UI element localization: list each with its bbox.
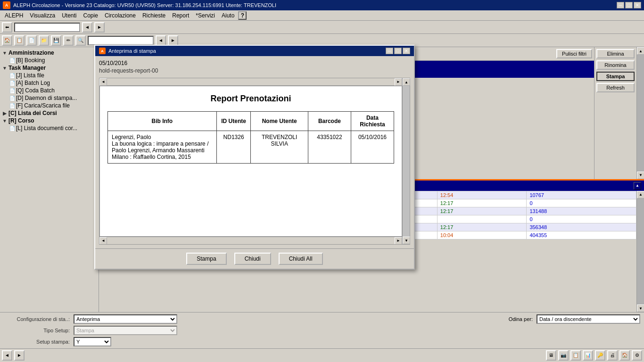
help-button[interactable]: ? [238,11,247,20]
toolbar2-btn-4[interactable]: 📁 [39,35,49,46]
nav2-right-btn[interactable]: ► [168,35,178,46]
menu-utenti[interactable]: Utenti [59,11,79,20]
cell-data-richiesta: 05/10/2016 [351,131,394,164]
h-scroll-left[interactable]: ◄ [99,78,107,86]
config-select[interactable]: Anteprima Stampa [74,314,177,324]
restore-button[interactable]: □ [625,2,633,8]
col-data-richiesta: Data Richiesta [351,112,394,131]
menu-copie[interactable]: Copie [81,11,101,20]
status-icon-8[interactable]: ⚙ [632,350,642,361]
window-controls: ─ □ ✕ [617,2,641,8]
scroll-up-top[interactable]: ▲ [637,47,644,55]
sidebar-item-carica-scarica[interactable]: 📄 [F] Carica/Scarica file [9,102,97,109]
menu-circolazione[interactable]: Circolazione [102,11,139,20]
cell-bib-info: Legrenzi, PaoloLa buona logica : imparar… [108,131,217,164]
setup-label: Setup stampa: [4,339,70,345]
v-scroll-down[interactable]: ▼ [403,237,410,244]
sidebar-item-label: [Q] Coda Batch [16,87,55,94]
table-cell-dim: 0 [527,199,636,207]
nav-right-btn[interactable]: ► [94,22,105,33]
tree-icon: 📄 [9,58,15,63]
minimize-button[interactable]: ─ [617,2,624,8]
tree-icon: 📄 [9,81,15,86]
status-icon-2[interactable]: 📷 [558,350,569,361]
dialog-icon: A [99,48,106,54]
pulisci-filtri-button[interactable]: Pulisci filtri [556,49,592,58]
rinomina-button[interactable]: Rinomina [596,60,635,70]
elimina-button[interactable]: Elimina [596,49,635,58]
nav2-left-btn[interactable]: ◄ [156,35,166,46]
tree-icon: 📄 [9,103,15,108]
toolbar2-btn-3[interactable]: 📄 [26,35,37,46]
sidebar-item-daemon-stampa[interactable]: 📄 [D] Daemon di stampa... [9,94,97,102]
h-scroll-left-bottom[interactable]: ◄ [99,237,107,245]
scroll-up-bottom-header[interactable]: ▲ [634,182,641,189]
sidebar-item-batch-log[interactable]: 📄 [A] Batch Log [9,79,97,87]
dialog-controls: ─ □ ✕ [386,48,410,54]
dialog-stampa-btn[interactable]: Stampa [186,253,226,265]
sidebar-group-taskmanager[interactable]: ▼ Task Manager [2,64,97,72]
report-title: Report Prenotazioni [107,94,394,104]
toolbar2-btn-6[interactable]: ✏ [63,35,74,46]
table-cell: 12:54 [437,191,527,199]
dialog-restore-btn[interactable]: □ [394,48,402,54]
sidebar-group-corso[interactable]: ▼ [R] Corso [2,117,97,124]
sidebar-item-lista-documenti[interactable]: 📄 [L] Lista documenti cor... [9,124,97,132]
nav-left-btn[interactable]: ◄ [82,22,92,33]
menu-aiuto[interactable]: Aiuto [219,11,237,20]
sidebar-group-amministrazione[interactable]: ▼ Amministrazione [2,49,97,57]
group-label: Amministrazione [8,49,54,56]
toolbar-input-1[interactable] [14,23,80,32]
sidebar-item-booking[interactable]: 📄 [B] Booking [9,57,97,64]
status-icon-4[interactable]: 📊 [583,350,593,361]
report-table: Bib Info ID Utente Nome Utente Barcode D… [107,111,394,164]
h-scroll-right-bottom[interactable]: ► [395,237,402,245]
toolbar2-btn-5[interactable]: 💾 [51,35,61,46]
sidebar-item-label: [B] Booking [16,57,45,64]
col-bib-info: Bib Info [108,112,217,131]
status-btn-1[interactable]: ◄ [2,350,12,361]
table-row: Legrenzi, PaoloLa buona logica : imparar… [108,131,394,164]
setup-select[interactable]: Y N [74,337,111,346]
dialog-close-btn[interactable]: ✕ [403,48,410,54]
sidebar-item-lista-file[interactable]: 📄 [J] Lista file [9,72,97,79]
refresh-button[interactable]: Refresh [596,83,635,92]
scroll-down-top[interactable]: ▼ [637,172,644,179]
sidebar-item-coda-batch[interactable]: 📄 [Q] Coda Batch [9,87,97,94]
tipo-select[interactable]: Stampa [74,326,177,335]
dialog-chiudi-all-btn[interactable]: Chiudi All [279,253,323,265]
h-scroll-right[interactable]: ► [395,78,402,86]
menu-richieste[interactable]: Richieste [140,11,168,20]
status-btn-2[interactable]: ► [14,350,25,361]
toolbar2-btn-1[interactable]: 🏠 [2,35,12,46]
table-cell-dim: 10767 [527,191,636,199]
menu-report[interactable]: Report [169,11,192,20]
status-icon-6[interactable]: 🖨 [607,350,618,361]
toolbar2-btn-2[interactable]: 📋 [14,35,25,46]
table-cell: 12:17 [437,223,527,231]
dialog-footer: Stampa Chiudi Chiudi All [95,248,414,269]
dialog-minimize-btn[interactable]: ─ [386,48,393,54]
group-label: [C] Lista dei Corsi [8,110,57,116]
status-icon-1[interactable]: 🖥 [546,350,556,361]
v-scroll-up[interactable]: ▲ [403,78,410,86]
stampa-button[interactable]: Stampa [596,72,635,81]
form-row-tipo: Tipo Setup: Stampa [4,326,640,335]
table-cell: 12:17 [437,207,527,215]
toolbar-btn-1[interactable]: ⬅ [2,22,12,33]
status-icon-3[interactable]: 📋 [570,350,581,361]
toolbar2-btn-7[interactable]: 🔍 [75,35,86,46]
ordina-select[interactable]: Data / ora discendente Data / ora ascend… [537,314,640,324]
sidebar-group-lista-corsi[interactable]: ▶ [C] Lista dei Corsi [2,109,97,117]
close-button[interactable]: ✕ [634,2,641,8]
toolbar-input-2[interactable] [88,36,154,45]
menu-aleph[interactable]: ALEPH [2,11,26,20]
menu-visualizza[interactable]: Visualizza [27,11,58,20]
status-icon-7[interactable]: 🏠 [619,350,630,361]
tipo-label: Tipo Setup: [4,328,70,333]
scroll-down-list[interactable]: ▼ [637,304,644,312]
menu-servizi[interactable]: *Servizi [193,11,218,20]
dialog-chiudi-btn[interactable]: Chiudi [234,253,271,265]
status-icon-5[interactable]: 🔑 [595,350,605,361]
scroll-up-list[interactable]: ▲ [637,191,644,198]
